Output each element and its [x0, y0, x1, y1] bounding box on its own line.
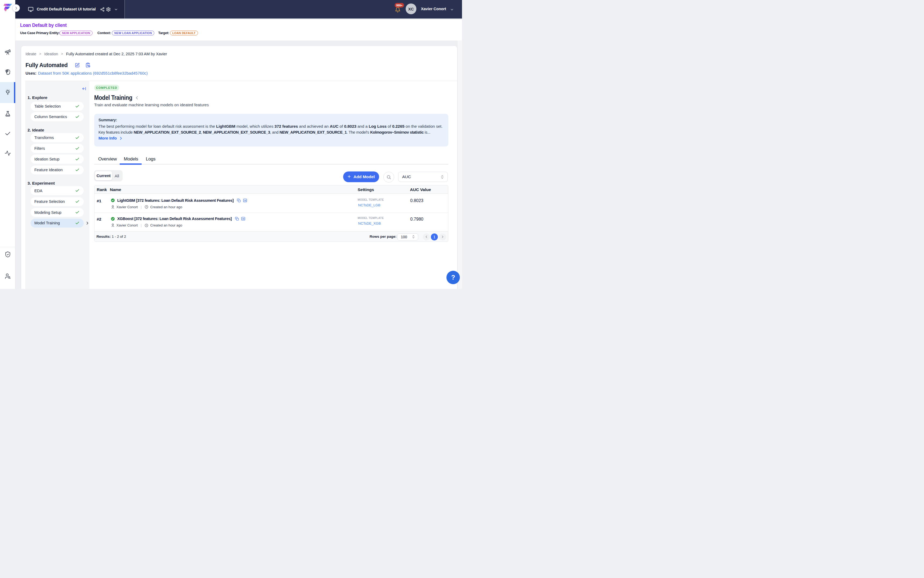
svg-text:ID: ID — [242, 218, 244, 220]
svg-text:ID: ID — [244, 200, 246, 201]
